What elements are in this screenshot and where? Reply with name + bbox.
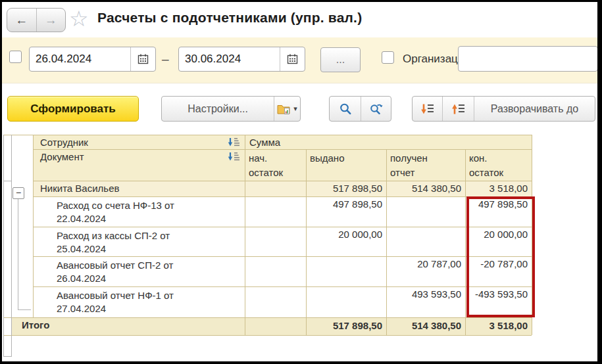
- group-cell-received[interactable]: 514 380,50: [387, 181, 464, 196]
- group-collapse-button[interactable]: −: [13, 187, 24, 199]
- organization-checkbox[interactable]: [382, 51, 394, 64]
- group-row-employee[interactable]: Никита Васильев: [34, 183, 244, 194]
- total-row-label[interactable]: Итого: [22, 319, 239, 330]
- grid-line: [3, 335, 532, 336]
- period-from-calendar-button[interactable]: [130, 47, 155, 71]
- screenshot-border: [597, 0, 602, 364]
- grid-line: [386, 149, 387, 335]
- column-header-issued[interactable]: выдано: [310, 151, 382, 166]
- column-header-employee[interactable]: Сотрудник: [34, 135, 245, 149]
- column-header-begin-balance[interactable]: нач. остаток: [249, 151, 303, 180]
- forward-arrow-icon: →: [45, 13, 57, 28]
- row-document[interactable]: Расход из кассы СП-2 от 25.04.2024: [34, 227, 244, 256]
- document-label: Расход из кассы СП-2 от 25.04.2024: [34, 227, 177, 256]
- top-bar: ← → ☆ Расчеты с подотчетниками (упр. вал…: [0, 2, 602, 37]
- page-title: Расчеты с подотчетниками (упр. вал.): [97, 10, 362, 26]
- document-label: Авансовый отчет НФ-1 от 27.04.2024: [34, 287, 177, 315]
- row-cell-end[interactable]: -493 593,50: [466, 287, 531, 302]
- total-cell-issued[interactable]: 517 898,50: [307, 319, 386, 333]
- grid-line: [245, 135, 245, 335]
- tree-line: [18, 309, 31, 310]
- report-variants-button[interactable]: ▾: [274, 97, 300, 121]
- column-header-end-balance[interactable]: кон. остаток: [469, 151, 523, 180]
- history-nav: ← →: [7, 8, 66, 32]
- row-document[interactable]: Авансовый отчет НФ-1 от 27.04.2024: [34, 287, 244, 317]
- favorite-star-icon[interactable]: ☆: [69, 6, 89, 32]
- period-from-input[interactable]: [30, 53, 130, 66]
- column-header-label: Сумма: [245, 135, 280, 148]
- grid-line: [11, 135, 12, 357]
- grid-line: [3, 135, 4, 357]
- sort-ascending-icon: [451, 103, 466, 115]
- total-cell-end[interactable]: 3 518,00: [466, 319, 531, 333]
- row-cell-end[interactable]: -20 787,00: [466, 257, 531, 271]
- row-cell-received[interactable]: 493 593,50: [387, 287, 464, 302]
- report-variants-folder-icon: [277, 103, 291, 114]
- sort-icon: [228, 137, 240, 147]
- column-header-sum[interactable]: Сумма: [245, 135, 532, 149]
- settings-button[interactable]: Настройки...: [162, 97, 274, 121]
- group-cell-issued[interactable]: 517 898,50: [307, 181, 386, 196]
- row-cell-end[interactable]: 20 000,00: [466, 227, 531, 242]
- grid-line: [532, 135, 532, 335]
- group-cell-end[interactable]: 3 518,00: [466, 181, 531, 196]
- row-cell-issued[interactable]: 20 000,00: [307, 227, 386, 242]
- period-to-field: [178, 47, 305, 72]
- period-to-input[interactable]: [179, 53, 280, 66]
- expand-to-button[interactable]: Разворачивать до: [474, 97, 595, 121]
- report-table: Сотрудник Сумма Документ: [3, 135, 532, 357]
- dropdown-caret-icon: ▾: [293, 104, 297, 113]
- calendar-icon: [138, 54, 149, 64]
- row-cell-issued[interactable]: 497 898,50: [307, 197, 386, 212]
- period-more-button[interactable]: ...: [320, 47, 361, 72]
- expand-group: Разворачивать до: [412, 96, 595, 122]
- search-button[interactable]: [330, 97, 361, 121]
- search-repeat-icon: [369, 102, 384, 116]
- app-window: ← → ☆ Расчеты с подотчетниками (упр. вал…: [0, 0, 602, 364]
- sort-descending-button[interactable]: [413, 97, 442, 121]
- sort-ascending-button[interactable]: [442, 97, 474, 121]
- period-separator: –: [162, 52, 169, 66]
- filter-panel: – ... Организация:: [0, 37, 602, 83]
- screenshot-border: [0, 0, 2, 364]
- settings-group: Настройки... ▾: [161, 96, 301, 122]
- period-from-field: [29, 47, 156, 72]
- period-checkbox[interactable]: [9, 51, 22, 63]
- grid-line: [3, 356, 11, 357]
- generate-button[interactable]: Сформировать: [7, 96, 139, 122]
- report-toolbar: Сформировать Настройки... ▾: [0, 84, 602, 131]
- back-arrow-icon: ←: [15, 13, 28, 28]
- search-next-button[interactable]: [361, 97, 391, 121]
- search-icon: [339, 102, 352, 116]
- grid-line: [306, 149, 307, 335]
- column-header-document[interactable]: Документ: [34, 150, 245, 181]
- column-header-label: Документ: [34, 150, 84, 162]
- grid-line: [465, 149, 466, 335]
- row-cell-end[interactable]: 497 898,50: [466, 197, 531, 212]
- screenshot-border: [0, 361, 602, 364]
- period-to-calendar-button[interactable]: [280, 47, 305, 71]
- column-header-report-received[interactable]: получен отчет: [390, 151, 451, 180]
- sort-descending-icon: [420, 103, 435, 115]
- organization-input[interactable]: [458, 46, 598, 72]
- document-label: Расход со счета НФ-13 от 22.04.2024: [34, 197, 177, 225]
- grid-line: [3, 181, 11, 181]
- calendar-icon: [287, 54, 298, 64]
- row-document[interactable]: Авансовый отчет СП-2 от 26.04.2024: [34, 257, 244, 286]
- document-label: Авансовый отчет СП-2 от 26.04.2024: [34, 257, 177, 285]
- row-document[interactable]: Расход со счета НФ-13 от 22.04.2024: [34, 197, 244, 227]
- tree-line: [18, 199, 18, 310]
- back-button[interactable]: ←: [7, 9, 37, 32]
- column-header-label: Сотрудник: [34, 135, 88, 148]
- total-cell-received[interactable]: 514 380,50: [387, 319, 464, 333]
- row-cell-received[interactable]: 20 787,00: [387, 257, 464, 271]
- grid-line: [3, 317, 532, 318]
- search-group: [329, 96, 391, 122]
- screenshot-border: [0, 0, 602, 2]
- sort-icon: [228, 152, 240, 162]
- forward-button[interactable]: →: [37, 9, 66, 32]
